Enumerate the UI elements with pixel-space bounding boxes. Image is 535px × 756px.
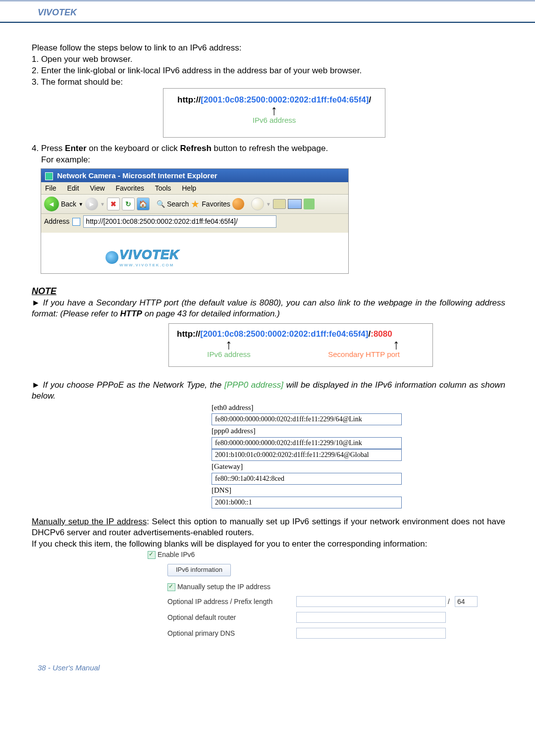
enable-ipv6-label: Enable IPv6 [158, 551, 195, 558]
note2-pre: ► If you choose PPPoE as the Network Typ… [32, 380, 224, 390]
brand-label: VIVOTEK [38, 7, 77, 17]
manual-ip-checkbox[interactable] [167, 583, 175, 591]
ipv6-address-label: IPv6 address [177, 115, 371, 125]
ie-app-icon [45, 172, 53, 180]
ie-menu-bar: File Edit View Favorites Tools Help [41, 182, 348, 195]
back-button-icon[interactable]: ◄ [44, 197, 59, 211]
step-4-line2: For example: [32, 154, 505, 165]
search-label[interactable]: Search [167, 200, 189, 208]
note-paragraph-2: ► If you choose PPPoE as the Network Typ… [32, 380, 505, 402]
ie-page-body: VIVOTEK WWW.VIVOTEK.COM [41, 233, 348, 273]
url-format-box-2: http://[2001:0c08:2500:0002:0202:d1ff:fe… [168, 323, 433, 366]
mail-icon[interactable] [288, 199, 302, 209]
ie-title-text: Network Camera - Microsoft Internet Expl… [57, 171, 217, 180]
default-router-row: Optional default router [167, 612, 505, 623]
note1-http: HTTP [120, 309, 142, 318]
url2-prefix: http:// [177, 329, 200, 339]
prefix-length-label: Optional IP address / Prefix length [167, 597, 296, 606]
home-button-icon[interactable]: 🏠 [137, 198, 150, 210]
ie-title-bar: Network Camera - Microsoft Internet Expl… [41, 169, 348, 183]
logo-subtext: WWW.VIVOTEK.COM [119, 263, 179, 268]
intro-text: Please follow the steps below to link to… [32, 43, 505, 53]
back-label[interactable]: Back [61, 200, 76, 208]
default-router-input[interactable] [296, 612, 446, 623]
stop-button-icon[interactable]: ✖ [107, 198, 120, 210]
up-arrow-icon-2: ↑ [177, 340, 281, 350]
manual-title-underline: Manually setup the IP address [32, 517, 147, 526]
ipv6-address-label-2: IPv6 address [177, 350, 281, 359]
default-router-label: Optional default router [167, 613, 296, 622]
menu-view[interactable]: View [90, 184, 105, 192]
ie-window: Network Camera - Microsoft Internet Expl… [41, 168, 349, 274]
optional-ip-input[interactable] [296, 596, 446, 607]
step-4-line1: 4. Press Enter on the keyboard or click … [32, 143, 505, 154]
step-3: 3. The format should be: [32, 77, 123, 88]
eth0-value: fe80:0000:0000:0000:0202:d1ff:fe11:2299/… [212, 413, 402, 425]
url-format-box-1: http://[2001:0c08:2500:0002:0202:d1ff:fe… [163, 88, 385, 137]
up-arrow-icon-3: ↑ [281, 340, 400, 350]
manual-setup-paragraph: Manually setup the IP address: Select th… [32, 516, 505, 538]
manual-line2: If you check this item, the following bl… [32, 539, 505, 550]
slash-separator: / [448, 597, 450, 606]
secondary-port-label: Secondary HTTP port [281, 350, 400, 359]
note-heading: NOTE [32, 286, 505, 297]
step4-pre: 4. Press [32, 144, 65, 153]
address-input[interactable]: http://[2001:0c08:2500:0002:0202:d1ff:fe… [83, 215, 276, 227]
ppp0-value-1: fe80:0000:0000:0000:0202:d1ff:fe11:2299/… [212, 437, 402, 449]
ipv6-info-button[interactable]: IPv6 information [167, 564, 231, 576]
step-1: 1. Open your web browser. [32, 54, 505, 65]
prefix-length-row: Optional IP address / Prefix length / 64 [167, 596, 505, 607]
forward-button-icon[interactable]: ► [85, 198, 98, 210]
print-icon[interactable] [273, 199, 286, 209]
forward-dropdown-icon[interactable]: ▼ [100, 201, 105, 207]
page-icon [72, 218, 80, 226]
media-icon[interactable] [232, 198, 244, 210]
dns-heading: [DNS] [212, 485, 505, 497]
back-dropdown-icon[interactable]: ▼ [78, 201, 83, 207]
step-2: 2. Enter the link-global or link-local I… [32, 65, 505, 76]
ipv6-form: Enable IPv6 IPv6 information Manually se… [148, 550, 505, 639]
puzzle-icon[interactable] [304, 199, 315, 209]
enable-ipv6-checkbox[interactable] [148, 551, 156, 559]
ie-toolbar: ◄ Back ▼ ► ▼ ✖ ↻ 🏠 🔍 Search ★ Favorites … [41, 195, 348, 214]
menu-help[interactable]: Help [182, 184, 196, 192]
search-icon[interactable]: 🔍 [157, 200, 165, 208]
favorites-label[interactable]: Favorites [202, 200, 230, 208]
gateway-value: fe80::90:1a00:4142:8ced [212, 473, 402, 485]
url-ipv6: 2001:0c08:2500:0002:0202:d1ff:fe04:65f4 [204, 95, 366, 104]
note1-post: on page 43 for detailed information.) [142, 309, 280, 318]
step4-enter: Enter [65, 144, 86, 153]
up-arrow-icon: ↑ [177, 105, 371, 115]
note-paragraph-1: ► If you have a Secondary HTTP port (the… [32, 298, 505, 319]
step4-post: button to refresh the webpage. [212, 144, 328, 153]
refresh-button-icon[interactable]: ↻ [122, 198, 135, 210]
menu-favorites[interactable]: Favorites [115, 184, 144, 192]
logo-eye-icon [106, 251, 118, 264]
favorites-star-icon[interactable]: ★ [191, 198, 200, 210]
menu-file[interactable]: File [45, 184, 56, 192]
gateway-heading: [Gateway] [212, 461, 505, 473]
menu-tools[interactable]: Tools [155, 184, 171, 192]
step4-refresh: Refresh [180, 144, 212, 153]
address-label: Address [44, 217, 69, 226]
ie-address-bar: Address http://[2001:0c08:2500:0002:0202… [41, 214, 348, 232]
url-prefix: http:// [177, 95, 201, 104]
url-suffix: / [369, 95, 371, 104]
menu-edit[interactable]: Edit [67, 184, 79, 192]
primary-dns-row: Optional primary DNS [167, 628, 505, 639]
logo-text: VIVOTEK [119, 247, 179, 263]
page-footer: 38 - User's Manual [0, 644, 535, 682]
prefix-length-input[interactable]: 64 [455, 596, 478, 607]
ppp0-value-2: 2001:b100:01c0:0002:0202:d1ff:fe11:2299/… [212, 449, 402, 461]
ppp0-heading: [ppp0 address] [212, 425, 505, 437]
primary-dns-input[interactable] [296, 628, 446, 639]
history-icon[interactable] [251, 198, 264, 210]
url2-port: :8080 [371, 329, 392, 339]
eth0-heading: [eth0 address] [212, 402, 505, 414]
step4-mid: on the keyboard or click [87, 144, 180, 153]
note2-ppp0: [PPP0 address] [224, 380, 283, 390]
vivotek-logo: VIVOTEK WWW.VIVOTEK.COM [106, 247, 348, 268]
primary-dns-label: Optional primary DNS [167, 629, 296, 638]
ipv6-info-table: [eth0 address] fe80:0000:0000:0000:0202:… [212, 402, 505, 508]
dns-value: 2001:b000::1 [212, 497, 402, 508]
